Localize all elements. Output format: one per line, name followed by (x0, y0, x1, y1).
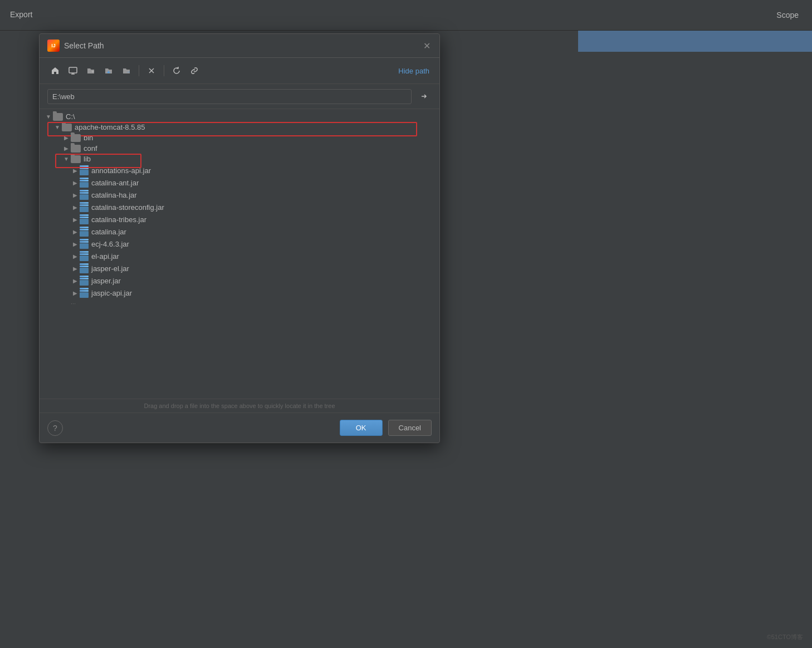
tree-item-catalina[interactable]: ▶ catalina.jar (40, 225, 439, 238)
dialog-toolbar: + → (40, 58, 439, 84)
tree-item-catalina-storeconfig[interactable]: ▶ catalina-storeconfig.jar (40, 201, 439, 213)
tree-item-bin[interactable]: ▶ bin (40, 132, 439, 143)
blue-highlight-bar (578, 31, 812, 52)
svg-text:→: → (126, 69, 131, 75)
arrow-lib: ▼ (62, 156, 71, 162)
jar-icon-el-api (80, 251, 89, 261)
jar-icon-catalina (80, 227, 89, 237)
tree-label-tomcat: apache-tomcat-8.5.85 (75, 123, 145, 131)
arrow-jaspic-api: ▶ (71, 290, 80, 296)
dialog-titlebar: IJ Select Path ✕ (40, 34, 439, 58)
tree-item-root[interactable]: ▼ C:\ (40, 111, 439, 122)
drag-hint: Drag and drop a file into the space abov… (40, 399, 439, 413)
tree-label-jaspic-api: jaspic-api.jar (91, 289, 132, 297)
home-button[interactable] (47, 63, 63, 78)
path-bar (40, 84, 439, 109)
folder-icon-conf (71, 145, 81, 153)
footer-actions: OK Cancel (340, 420, 432, 436)
tree-label-root: C:\ (66, 112, 75, 121)
tree-label-conf: conf (84, 144, 97, 153)
folder-icon-lib (71, 155, 81, 163)
jar-icon-catalina-ha (80, 190, 89, 200)
tree-item-catalina-tribes[interactable]: ▶ catalina-tribes.jar (40, 213, 439, 225)
tree-item-jaspic-api[interactable]: ▶ jaspic-api.jar (40, 287, 439, 299)
tree-item-conf[interactable]: ▶ conf (40, 143, 439, 154)
jar-icon-jasper (80, 276, 89, 286)
cancel-button[interactable]: Cancel (388, 420, 432, 436)
jar-icon-annotations-api (80, 165, 89, 175)
dialog-title-left: IJ Select Path (47, 40, 104, 52)
tree-item-tomcat[interactable]: ▼ apache-tomcat-8.5.85 (40, 122, 439, 132)
jar-icon-catalina-tribes (80, 214, 89, 224)
tree-label-catalina-storeconfig: catalina-storeconfig.jar (91, 203, 164, 212)
tree-label-catalina: catalina.jar (91, 228, 126, 236)
ok-button[interactable]: OK (340, 420, 383, 436)
navigate-folder-button[interactable]: → (119, 63, 134, 78)
tree-item-more: ··· (40, 299, 439, 308)
arrow-ecj: ▶ (71, 241, 80, 247)
tree-item-catalina-ha[interactable]: ▶ catalina-ha.jar (40, 189, 439, 201)
dialog-title-text: Select Path (64, 41, 104, 50)
jar-icon-catalina-ant (80, 178, 89, 188)
delete-button[interactable] (144, 63, 159, 78)
tree-label-lib: lib (84, 155, 91, 163)
tree-item-jasper[interactable]: ▶ jasper.jar (40, 274, 439, 287)
tree-label-jasper: jasper.jar (91, 277, 121, 285)
tree-label-ecj: ecj-4.6.3.jar (91, 240, 129, 248)
tree-item-catalina-ant[interactable]: ▶ catalina-ant.jar (40, 176, 439, 189)
select-path-dialog: IJ Select Path ✕ + (39, 33, 440, 443)
jar-icon-catalina-storeconfig (80, 202, 89, 212)
arrow-el-api: ▶ (71, 253, 80, 259)
export-tab[interactable]: Export (0, 6, 42, 24)
tree-item-ecj[interactable]: ▶ ecj-4.6.3.jar (40, 238, 439, 250)
expand-button[interactable] (101, 63, 116, 78)
separator-2 (164, 65, 164, 76)
arrow-catalina-ant: ▶ (71, 180, 80, 186)
folder-icon-root (53, 113, 63, 121)
help-button[interactable]: ? (47, 420, 63, 436)
dialog-footer: ? OK Cancel (40, 413, 439, 443)
folder-icon-bin (71, 134, 81, 142)
arrow-catalina-tribes: ▶ (71, 217, 80, 223)
hide-path-button[interactable]: Hide path (396, 66, 432, 76)
refresh-button[interactable] (169, 63, 184, 78)
arrow-conf: ▶ (62, 145, 71, 151)
tree-item-jasper-el[interactable]: ▶ jasper-el.jar (40, 262, 439, 274)
desktop-button[interactable] (65, 63, 81, 78)
link-button[interactable] (187, 63, 202, 78)
arrow-catalina-ha: ▶ (71, 192, 80, 198)
tree-label-el-api: el-api.jar (91, 252, 119, 261)
arrow-jasper: ▶ (71, 278, 80, 284)
svg-rect-0 (69, 67, 77, 73)
path-navigate-button[interactable] (416, 89, 432, 104)
tree-label-catalina-ant: catalina-ant.jar (91, 179, 139, 187)
tree-item-lib[interactable]: ▼ lib (40, 154, 439, 164)
file-tree[interactable]: ▼ C:\ ▼ apache-tomcat-8.5.85 ▶ (40, 109, 439, 399)
close-button[interactable]: ✕ (422, 41, 432, 51)
tree-label-annotations-api: annotations-api.jar (91, 166, 151, 175)
lib-container: ▼ lib (40, 154, 439, 164)
new-folder-button[interactable]: + (83, 63, 99, 78)
arrow-catalina-storeconfig: ▶ (71, 204, 80, 210)
arrow-bin: ▶ (62, 135, 71, 141)
separator-1 (139, 65, 139, 76)
tree-label-jasper-el: jasper-el.jar (91, 264, 129, 273)
path-input[interactable] (47, 89, 412, 104)
arrow-annotations-api: ▶ (71, 168, 80, 174)
arrow-catalina: ▶ (71, 229, 80, 235)
jar-icon-jaspic-api (80, 288, 89, 298)
tree-label-catalina-ha: catalina-ha.jar (91, 191, 137, 199)
jar-icon-ecj (80, 239, 89, 249)
tree-item-el-api[interactable]: ▶ el-api.jar (40, 250, 439, 262)
app-icon: IJ (47, 40, 60, 52)
jar-icon-jasper-el (80, 263, 89, 273)
arrow-tomcat: ▼ (53, 124, 62, 130)
arrow-root: ▼ (44, 114, 53, 120)
arrow-jasper-el: ▶ (71, 266, 80, 272)
tree-item-annotations-api[interactable]: ▶ annotations-api.jar (40, 164, 439, 176)
svg-text:+: + (91, 69, 94, 75)
scope-label: Scope (763, 6, 812, 24)
tomcat-container: ▼ apache-tomcat-8.5.85 (40, 122, 439, 132)
top-bar: Export Scope (0, 0, 812, 31)
tree-label-catalina-tribes: catalina-tribes.jar (91, 215, 146, 224)
